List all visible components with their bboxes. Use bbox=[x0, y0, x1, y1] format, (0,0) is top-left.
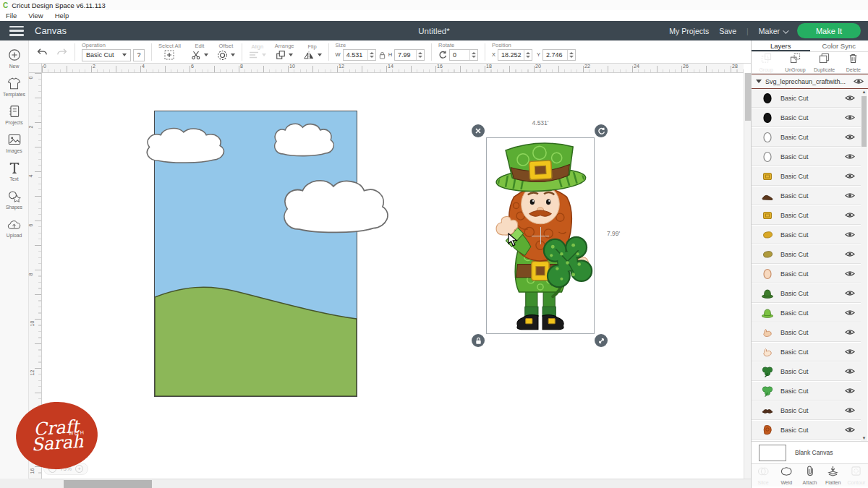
flip-icon[interactable] bbox=[303, 51, 322, 60]
eye-icon[interactable] bbox=[845, 173, 855, 179]
layer-row[interactable]: Basic Cut bbox=[752, 206, 861, 225]
ruler-label: 12 bbox=[339, 64, 344, 69]
operation-select[interactable]: Basic Cut bbox=[82, 49, 131, 61]
machine-selector[interactable]: Maker bbox=[759, 27, 787, 35]
eye-icon[interactable] bbox=[845, 192, 855, 199]
layer-row[interactable]: Basic Cut bbox=[752, 284, 861, 303]
tab-layers[interactable]: Layers bbox=[752, 40, 810, 51]
eye-icon[interactable] bbox=[845, 231, 855, 238]
cloud-shape[interactable] bbox=[277, 176, 400, 242]
eye-icon[interactable] bbox=[845, 407, 855, 414]
layer-row[interactable]: Basic Cut bbox=[752, 245, 861, 264]
blank-canvas-row[interactable]: Blank Canvas bbox=[752, 441, 868, 463]
scrollbar-thumb[interactable] bbox=[861, 96, 867, 147]
layer-row[interactable]: Basic Cut bbox=[752, 89, 861, 108]
resize-handle-icon[interactable] bbox=[595, 334, 608, 347]
layer-row[interactable]: Basic Cut bbox=[752, 401, 861, 420]
eye-icon[interactable] bbox=[845, 329, 855, 335]
arrange-icon[interactable] bbox=[276, 50, 293, 60]
layer-list-scrollbar[interactable]: ▲ ▼ bbox=[861, 89, 867, 441]
make-it-button[interactable]: Make It bbox=[797, 23, 861, 38]
eye-icon[interactable] bbox=[845, 114, 855, 121]
menu-file[interactable]: File bbox=[0, 12, 22, 20]
position-x-input[interactable]: 18.252 bbox=[498, 49, 532, 61]
layer-row[interactable]: Basic Cut bbox=[752, 323, 861, 342]
eye-icon[interactable] bbox=[845, 212, 855, 218]
cloud-shape[interactable] bbox=[271, 121, 341, 162]
collapse-caret-icon[interactable] bbox=[756, 80, 762, 83]
menu-view[interactable]: View bbox=[22, 12, 48, 20]
sidebar-item-images[interactable]: Images bbox=[0, 132, 28, 153]
eye-icon[interactable] bbox=[845, 153, 855, 160]
layer-row[interactable]: Basic Cut bbox=[752, 187, 861, 205]
layer-row[interactable]: Basic Cut bbox=[752, 421, 861, 440]
delete-handle-icon[interactable] bbox=[472, 124, 485, 137]
layer-row[interactable]: Basic Cut bbox=[752, 108, 861, 127]
selection-center-crosshair bbox=[532, 236, 549, 236]
layer-row[interactable]: Basic Cut bbox=[752, 362, 861, 381]
sidebar-item-templates[interactable]: Templates bbox=[0, 76, 28, 97]
layer-row[interactable]: Basic Cut bbox=[752, 304, 861, 322]
operation-help-button[interactable]: ? bbox=[133, 49, 145, 61]
canvas-color-swatch[interactable] bbox=[759, 445, 786, 461]
zoom-in-button[interactable]: + bbox=[75, 465, 83, 473]
layer-group-row[interactable]: Svg_leprechaun_craftwith... bbox=[752, 74, 868, 89]
eye-icon[interactable] bbox=[845, 95, 855, 101]
scrollbar-thumb[interactable] bbox=[745, 73, 751, 121]
eye-icon[interactable] bbox=[845, 309, 855, 316]
edit-scissors-icon[interactable] bbox=[191, 50, 208, 60]
rotate-input[interactable]: 0 bbox=[449, 49, 478, 61]
weld-button[interactable]: Weld bbox=[775, 466, 798, 485]
width-input[interactable]: 4.531 bbox=[343, 49, 376, 61]
hamburger-menu-icon[interactable] bbox=[9, 26, 24, 36]
eye-icon[interactable] bbox=[845, 368, 855, 374]
redo-icon[interactable] bbox=[56, 47, 68, 57]
position-y-input[interactable]: 2.746 bbox=[542, 49, 576, 61]
scrollbar-thumb[interactable] bbox=[64, 480, 152, 488]
sidebar-item-upload[interactable]: Upload bbox=[0, 217, 28, 238]
tab-color-sync[interactable]: Color Sync bbox=[810, 40, 868, 51]
layer-row[interactable]: Basic Cut bbox=[752, 382, 861, 401]
rotate-handle-icon[interactable] bbox=[595, 124, 608, 137]
lock-handle-icon[interactable] bbox=[472, 334, 485, 347]
my-projects-link[interactable]: My Projects bbox=[669, 27, 709, 35]
flatten-button[interactable]: Flatten bbox=[822, 466, 845, 485]
canvas-horizontal-scrollbar[interactable] bbox=[29, 479, 751, 488]
layer-row[interactable]: Basic Cut bbox=[752, 265, 861, 283]
layer-row[interactable]: Basic Cut bbox=[752, 167, 861, 186]
eye-icon[interactable] bbox=[845, 427, 855, 433]
size-lock-icon[interactable] bbox=[379, 51, 386, 59]
eye-icon[interactable] bbox=[845, 270, 855, 277]
save-link[interactable]: Save bbox=[719, 27, 736, 35]
select-all-icon[interactable] bbox=[164, 50, 174, 60]
eye-icon[interactable] bbox=[845, 290, 855, 296]
duplicate-button[interactable]: Duplicate bbox=[810, 53, 839, 72]
scroll-down-arrow[interactable]: ▼ bbox=[861, 436, 867, 440]
canvas-vertical-scrollbar[interactable] bbox=[744, 73, 751, 479]
undo-icon[interactable] bbox=[36, 47, 48, 57]
eye-icon[interactable] bbox=[845, 134, 855, 140]
eye-icon[interactable] bbox=[845, 388, 855, 394]
sidebar-item-shapes[interactable]: Shapes bbox=[0, 189, 28, 210]
attach-button[interactable]: Attach bbox=[798, 466, 821, 485]
ungroup-button[interactable]: UnGroup bbox=[780, 53, 809, 72]
offset-icon[interactable] bbox=[217, 50, 235, 61]
eye-icon[interactable] bbox=[854, 78, 864, 85]
sidebar-item-projects[interactable]: Projects bbox=[0, 104, 28, 125]
ruler-label: 26 bbox=[683, 64, 689, 69]
delete-button[interactable]: Delete bbox=[839, 53, 868, 72]
layer-row[interactable]: Basic Cut bbox=[752, 147, 861, 166]
scroll-up-arrow[interactable]: ▲ bbox=[861, 90, 867, 94]
design-canvas[interactable]: 4.531' 7.99' bbox=[42, 73, 744, 479]
layer-row[interactable]: Basic Cut bbox=[752, 128, 861, 147]
sidebar-item-new[interactable]: New bbox=[0, 48, 28, 69]
sidebar-item-text[interactable]: Text bbox=[0, 160, 28, 181]
cloud-shape[interactable] bbox=[142, 125, 233, 169]
eye-icon[interactable] bbox=[845, 251, 855, 257]
menu-help[interactable]: Help bbox=[49, 12, 75, 20]
layer-operation-label: Basic Cut bbox=[780, 388, 845, 395]
layer-row[interactable]: Basic Cut bbox=[752, 343, 861, 361]
eye-icon[interactable] bbox=[845, 348, 855, 355]
layer-row[interactable]: Basic Cut bbox=[752, 226, 861, 244]
height-input[interactable]: 7.99 bbox=[394, 49, 425, 61]
